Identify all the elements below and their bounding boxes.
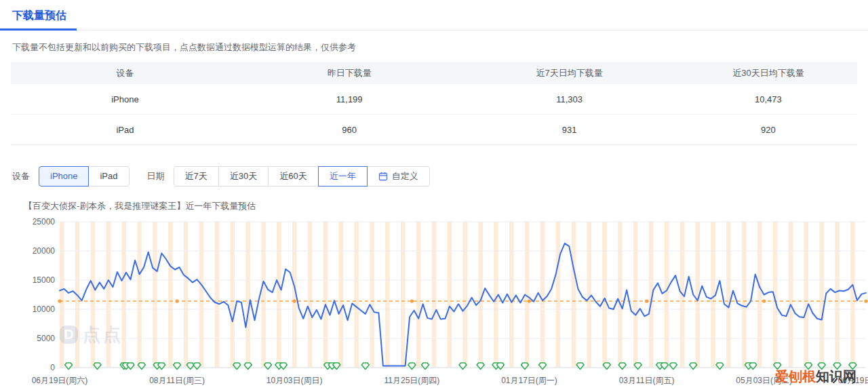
average-line-dot: [58, 299, 61, 302]
date-option-60d[interactable]: 近60天: [268, 166, 318, 187]
version-event-marker[interactable]: [333, 363, 340, 370]
weekend-band: [835, 222, 840, 368]
version-event-marker[interactable]: [749, 363, 757, 370]
device-name: iPad: [11, 125, 239, 135]
weekend-band: [323, 222, 328, 368]
col-header-avg7: 近7天日均下载量: [459, 67, 679, 79]
version-event-marker[interactable]: [186, 363, 194, 370]
weekend-band: [137, 222, 142, 368]
download-estimate-panel: 下载量预估 下载量不包括更新和以前购买的下载项目，点点数据通过数据模型运算的结果…: [0, 0, 868, 392]
weekend-band: [789, 222, 793, 368]
date-option-1y[interactable]: 近一年: [318, 166, 368, 187]
weekend-band: [448, 222, 452, 368]
version-event-marker[interactable]: [521, 363, 529, 370]
date-option-30d[interactable]: 近30天: [218, 166, 269, 187]
weekend-band: [665, 222, 669, 368]
version-event-marker[interactable]: [669, 363, 677, 370]
table-row-ipad: iPad 960 931 920: [11, 115, 857, 145]
date-option-7d[interactable]: 近7天: [174, 166, 219, 187]
version-event-marker[interactable]: [660, 363, 668, 370]
version-event-marker[interactable]: [716, 363, 724, 370]
weekend-band: [91, 222, 96, 368]
weekend-band: [261, 222, 266, 368]
version-event-marker[interactable]: [690, 363, 697, 370]
active-tab-underline: [0, 28, 77, 31]
weekend-band: [401, 222, 406, 368]
y-axis-label: 10000: [33, 305, 56, 314]
date-filter-label: 日期: [147, 170, 165, 182]
col-header-device: 设备: [11, 67, 239, 79]
version-event-marker[interactable]: [634, 363, 642, 370]
weekend-band: [277, 222, 281, 368]
x-axis-label: 01月17日(周一): [501, 376, 557, 385]
weekend-band: [168, 222, 173, 368]
weekend-band: [726, 222, 731, 368]
version-event-marker[interactable]: [233, 363, 241, 370]
x-axis-label: 03月11日(周五): [619, 376, 675, 385]
tab-download-estimate[interactable]: 下载量预估: [12, 0, 66, 23]
weekend-band: [308, 222, 313, 368]
version-event-marker[interactable]: [805, 363, 812, 370]
weekend-band: [819, 222, 824, 368]
table-row-iphone: iPhone 11,199 11,303 10,473: [11, 84, 857, 115]
weekend-band: [153, 222, 157, 368]
version-event-marker[interactable]: [497, 363, 505, 370]
version-event-marker[interactable]: [422, 363, 429, 370]
version-event-marker[interactable]: [244, 363, 252, 370]
device-segmented-control: iPhone iPad: [39, 166, 130, 187]
col-header-yesterday: 昨日下载量: [239, 67, 459, 79]
weekend-band: [231, 222, 235, 368]
weekend-band: [184, 222, 189, 368]
version-event-marker[interactable]: [264, 363, 272, 370]
version-event-marker[interactable]: [127, 363, 134, 370]
version-event-marker[interactable]: [477, 363, 484, 370]
version-event-marker[interactable]: [603, 363, 610, 370]
version-event-marker[interactable]: [539, 363, 547, 370]
version-event-marker[interactable]: [158, 363, 165, 370]
version-event-marker[interactable]: [459, 363, 467, 370]
version-event-marker[interactable]: [774, 363, 781, 370]
weekend-band: [742, 222, 747, 368]
downloads-line-chart[interactable]: 050001000015000200002500006月19日(周六)08月11…: [0, 214, 868, 392]
device-option-iphone[interactable]: iPhone: [39, 166, 89, 187]
y-axis-label: 25000: [33, 217, 56, 227]
weekend-band: [339, 222, 344, 368]
version-event-marker[interactable]: [818, 363, 825, 370]
weekend-band: [60, 222, 64, 368]
version-event-marker[interactable]: [408, 363, 416, 370]
x-axis-label: 11月25日(周四): [384, 376, 440, 385]
y-axis-label: 0: [50, 363, 55, 372]
version-event-marker[interactable]: [576, 363, 584, 370]
weekend-band: [804, 222, 809, 368]
avg30-downloads: 920: [679, 125, 857, 135]
custom-date-label: 自定义: [392, 167, 418, 186]
average-line-dot: [528, 299, 531, 302]
tab-bar: 下载量预估: [0, 0, 868, 31]
device-filter-label: 设备: [12, 170, 30, 182]
weekend-band: [509, 222, 514, 368]
summary-table-header: 设备 昨日下载量 近7天日均下载量 近30天日均下载量: [11, 62, 857, 84]
yesterday-downloads: 11,199: [239, 94, 459, 104]
weekend-band: [463, 222, 468, 368]
version-event-marker[interactable]: [618, 363, 626, 370]
weekend-band: [633, 222, 638, 368]
device-option-ipad[interactable]: iPad: [88, 166, 129, 187]
y-axis-label: 5000: [37, 334, 55, 343]
chart-canvas[interactable]: 050001000015000200002500006月19日(周六)08月11…: [0, 214, 868, 392]
version-event-marker[interactable]: [833, 363, 841, 370]
average-line-dot: [176, 299, 179, 302]
version-event-marker[interactable]: [65, 363, 73, 370]
version-event-marker[interactable]: [193, 363, 201, 370]
date-option-custom[interactable]: 自定义: [367, 166, 430, 187]
version-event-marker[interactable]: [138, 363, 145, 370]
version-event-marker[interactable]: [361, 363, 369, 370]
version-event-marker[interactable]: [849, 363, 856, 370]
x-axis-label: 06月19日(周日): [838, 376, 868, 385]
avg7-downloads: 11,303: [459, 94, 679, 104]
version-event-marker[interactable]: [279, 363, 287, 370]
col-header-avg30: 近30天日均下载量: [679, 67, 857, 79]
weekend-band: [215, 222, 220, 368]
version-event-marker[interactable]: [174, 363, 181, 370]
date-segmented-control: 近7天 近30天 近60天 近一年 自定义: [174, 166, 430, 187]
version-event-marker[interactable]: [94, 363, 101, 370]
